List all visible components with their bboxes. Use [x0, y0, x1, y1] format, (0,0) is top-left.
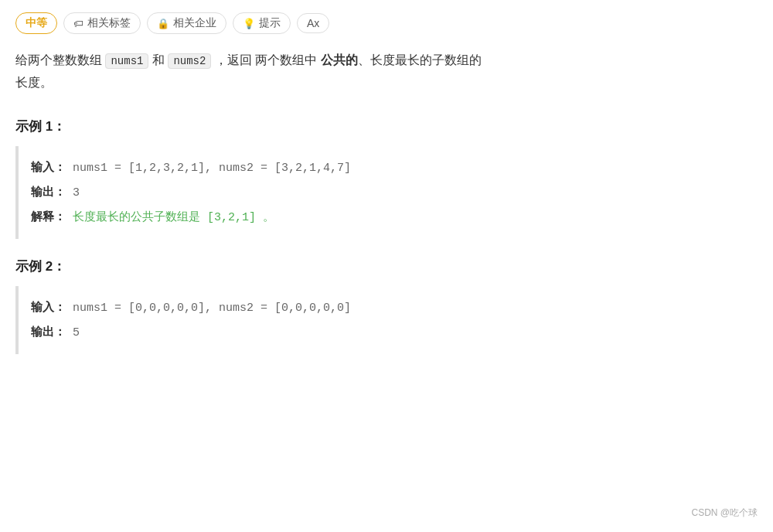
desc-connector1: 和: [152, 53, 168, 66]
desc-prefix: 给两个整数数组: [15, 53, 102, 66]
example2-title: 示例 2：: [15, 257, 758, 275]
example2-output-row: 输出： 5: [31, 320, 745, 345]
tag-icon: 🏷: [73, 18, 83, 29]
example2-output-label: 输出：: [31, 325, 66, 338]
hint-label: 提示: [259, 16, 281, 30]
difficulty-tag[interactable]: 中等: [15, 12, 57, 34]
desc-bold: 公共的: [321, 53, 358, 66]
hint-tag[interactable]: 💡 提示: [233, 12, 291, 34]
example1-output-row: 输出： 3: [31, 180, 745, 205]
font-tag[interactable]: Ax: [297, 13, 329, 33]
font-label: Ax: [307, 17, 319, 29]
related-company-tag[interactable]: 🔒 相关企业: [147, 12, 226, 34]
desc-italic: 两个数组中: [255, 53, 320, 66]
footer-text: CSDN @吃个球: [691, 507, 758, 518]
example2-input-row: 输入： nums1 = [0,0,0,0,0], nums2 = [0,0,0,…: [31, 295, 745, 320]
desc-suffix: 、长度最长的子数组的: [358, 53, 482, 66]
example2-input-label: 输入：: [31, 300, 66, 313]
related-company-label: 相关企业: [173, 16, 216, 30]
example1-output-value: 3: [73, 186, 80, 200]
problem-description: 给两个整数数组 nums1 和 nums2 ，返回 两个数组中 公共的、长度最长…: [15, 49, 758, 94]
example1-explain-value: 长度最长的公共子数组是 [3,2,1] 。: [73, 211, 274, 224]
example2-output-value: 5: [73, 326, 80, 339]
example1-explain-label: 解释：: [31, 210, 66, 223]
related-tags-tag[interactable]: 🏷 相关标签: [63, 12, 141, 34]
code-nums1: nums1: [105, 53, 148, 69]
example1-block: 输入： nums1 = [1,2,3,2,1], nums2 = [3,2,1,…: [15, 146, 758, 239]
example1-input-value: nums1 = [1,2,3,2,1], nums2 = [3,2,1,4,7]: [73, 162, 351, 175]
footer: CSDN @吃个球: [691, 506, 758, 520]
example1-title: 示例 1：: [15, 118, 758, 135]
example2-input-value: nums1 = [0,0,0,0,0], nums2 = [0,0,0,0,0]: [73, 302, 351, 315]
example1-input-label: 输入：: [31, 160, 66, 173]
related-tags-label: 相关标签: [87, 16, 131, 30]
desc-length: 长度。: [15, 76, 53, 89]
example1-input-row: 输入： nums1 = [1,2,3,2,1], nums2 = [3,2,1,…: [31, 155, 745, 180]
desc-connector2: ，返回: [215, 53, 252, 66]
toolbar: 中等 🏷 相关标签 🔒 相关企业 💡 提示 Ax: [15, 12, 758, 34]
bulb-icon: 💡: [243, 18, 255, 29]
example2-block: 输入： nums1 = [0,0,0,0,0], nums2 = [0,0,0,…: [15, 286, 758, 354]
example1-explain-row: 解释： 长度最长的公共子数组是 [3,2,1] 。: [31, 205, 745, 230]
code-nums2: nums2: [168, 53, 211, 69]
example1-output-label: 输出：: [31, 185, 66, 198]
lock-icon: 🔒: [157, 18, 169, 29]
